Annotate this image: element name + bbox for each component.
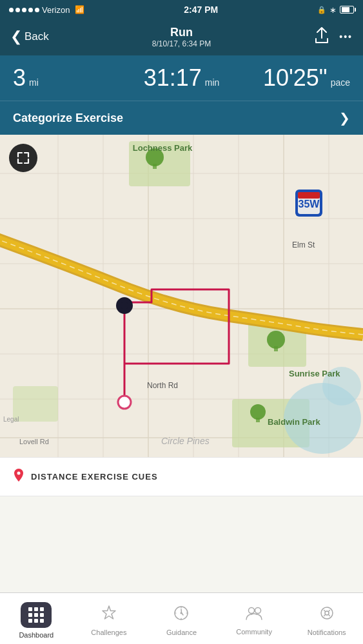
nav-center: Run 8/10/17, 6:34 PM: [152, 26, 211, 48]
dashboard-icon: [21, 602, 52, 628]
svg-text:35W: 35W: [299, 199, 320, 210]
more-button[interactable]: •••: [339, 32, 353, 42]
categorize-chevron-icon: ❯: [339, 110, 350, 126]
svg-rect-29: [153, 164, 157, 169]
back-chevron-icon: ❮: [10, 30, 22, 44]
categorize-exercise-button[interactable]: Categorize Exercise ❯: [0, 101, 363, 135]
nav-item-challenges[interactable]: Challenges: [73, 593, 146, 644]
back-label: Back: [25, 30, 49, 43]
status-right: 🔒 ∗: [317, 5, 354, 15]
nav-item-dashboard[interactable]: Dashboard: [0, 593, 73, 644]
distance-cues-bar[interactable]: DISTANCE EXERCISE CUES: [0, 457, 363, 496]
guidance-icon: [173, 605, 190, 625]
share-button[interactable]: [315, 27, 329, 47]
svg-point-45: [249, 608, 255, 614]
svg-text:Lovell Rd: Lovell Rd: [19, 438, 49, 445]
pace-stat: 10'25" pace: [238, 64, 350, 92]
challenges-label: Challenges: [91, 629, 126, 636]
stats-bar: 3 mi 31:17 min 10'25" pace: [0, 55, 363, 101]
svg-rect-18: [13, 386, 58, 422]
svg-rect-24: [298, 192, 320, 199]
back-button[interactable]: ❮ Back: [10, 30, 49, 44]
page-subtitle: 8/10/17, 6:34 PM: [152, 39, 211, 48]
svg-rect-31: [274, 346, 278, 351]
svg-point-44: [181, 612, 182, 614]
nav-actions: •••: [315, 27, 353, 47]
guidance-label: Guidance: [166, 629, 197, 636]
svg-point-27: [121, 302, 128, 309]
nav-item-community[interactable]: Community: [218, 593, 291, 644]
expand-icon: [16, 151, 30, 165]
battery-icon: [340, 6, 354, 14]
distance-cues-label: DISTANCE EXERCISE CUES: [31, 472, 158, 482]
distance-stat: 3 mi: [13, 64, 125, 92]
duration-value: 31:17: [144, 64, 202, 92]
pace-value: 10'25": [263, 64, 328, 92]
signal-dots: [9, 8, 39, 12]
svg-text:Sunrise Park: Sunrise Park: [289, 369, 340, 378]
svg-point-25: [118, 396, 131, 409]
location-pin-icon: [13, 468, 25, 485]
duration-stat: 31:17 min: [125, 64, 237, 92]
svg-text:Circle Pines: Circle Pines: [161, 436, 210, 446]
page-title: Run: [152, 26, 211, 39]
nav-bar: ❮ Back Run 8/10/17, 6:34 PM •••: [0, 19, 363, 55]
svg-text:North Rd: North Rd: [147, 381, 178, 390]
status-bar: Verizon 📶 2:47 PM 🔒 ∗: [0, 0, 363, 19]
notifications-label: Notifications: [308, 629, 346, 636]
map-svg: 35W Lochness Park Sunrise Park Baldwin P…: [0, 135, 363, 457]
categorize-label: Categorize Exercise: [13, 112, 123, 125]
map-container: 35W Lochness Park Sunrise Park Baldwin P…: [0, 135, 363, 457]
notifications-icon: [319, 605, 335, 625]
community-label: Community: [236, 628, 272, 636]
svg-point-46: [255, 608, 261, 614]
distance-unit: mi: [29, 77, 39, 88]
svg-text:Elm St: Elm St: [292, 240, 315, 249]
wifi-icon: 📶: [75, 5, 84, 14]
svg-text:Legal: Legal: [3, 416, 19, 423]
svg-point-42: [17, 472, 21, 475]
svg-rect-33: [256, 418, 260, 422]
community-icon: [245, 605, 263, 625]
svg-point-47: [321, 607, 333, 619]
expand-map-button[interactable]: [9, 144, 37, 172]
nav-item-notifications[interactable]: Notifications: [290, 593, 363, 644]
lock-icon: 🔒: [317, 6, 326, 14]
svg-text:Lochness Park: Lochness Park: [133, 143, 193, 153]
pace-unit: pace: [331, 77, 350, 88]
svg-point-30: [267, 331, 285, 349]
svg-text:Baldwin Park: Baldwin Park: [268, 417, 320, 427]
distance-value: 3: [13, 64, 26, 92]
status-time: 2:47 PM: [184, 5, 218, 15]
status-left: Verizon 📶: [9, 5, 84, 15]
dashboard-label: Dashboard: [19, 631, 54, 639]
challenges-icon: [101, 605, 117, 625]
carrier-label: Verizon: [42, 5, 70, 15]
nav-item-guidance[interactable]: Guidance: [145, 593, 218, 644]
svg-point-32: [250, 404, 266, 420]
bluetooth-icon: ∗: [329, 5, 337, 15]
duration-unit: min: [205, 77, 220, 88]
bottom-nav: Dashboard Challenges Guidance: [0, 592, 363, 644]
